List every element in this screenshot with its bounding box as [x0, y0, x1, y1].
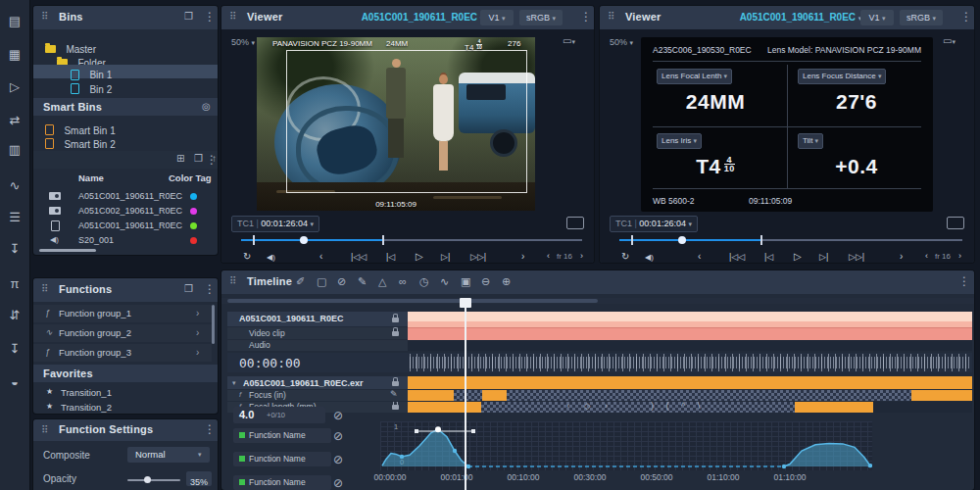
field-select-focus-distance[interactable]: Lens Focus Distance ▾	[798, 69, 886, 84]
video-sub-clip-bar[interactable]	[408, 327, 972, 340]
drag-handle-icon[interactable]: ⠿	[41, 424, 48, 435]
shape-rail-icon[interactable]: ◒	[0, 374, 29, 389]
focus-keyframe-row[interactable]	[408, 390, 972, 401]
audio-waveform-ruler[interactable]	[408, 353, 972, 372]
zoom-out-icon[interactable]: ⊖	[481, 275, 490, 288]
curve-shape-controls[interactable]: ) ( ^ \	[651, 401, 705, 411]
drag-handle-icon[interactable]: ⠿	[229, 275, 236, 286]
drag-handle-icon[interactable]: ⠿	[608, 11, 614, 22]
timecode-chip[interactable]: TC1 | 00:01:26:04 ▾	[231, 216, 319, 232]
media-rail-icon[interactable]: ▦	[0, 47, 29, 62]
playhead-knob[interactable]	[300, 236, 308, 244]
functions-menu-icon[interactable]: ⋮	[204, 282, 216, 296]
frame-step-inc-icon[interactable]: ›	[580, 251, 583, 261]
next-frame-icon[interactable]: ▷|	[441, 252, 450, 262]
viewer-menu-icon[interactable]: ⋮	[580, 10, 592, 24]
viewer-menu-icon[interactable]: ⋮	[960, 10, 972, 24]
zoom-in-icon[interactable]: ⊕	[502, 275, 511, 288]
next-frame-icon[interactable]: ▷|	[819, 252, 828, 262]
zoom-level-select[interactable]: 50% ▾	[610, 37, 633, 47]
keyframe-segment[interactable]	[911, 390, 972, 401]
shuffle-rail-icon[interactable]: ⇄	[0, 113, 29, 127]
out-point-marker[interactable]	[382, 235, 384, 245]
bypass-icon[interactable]: ⊘	[333, 476, 343, 490]
pi-rail-icon[interactable]: π	[0, 276, 29, 291]
keyframe-segment-mixed[interactable]	[507, 390, 911, 401]
frame-step-dec-icon[interactable]: ‹	[925, 251, 928, 261]
image-tool-icon[interactable]: ▣	[461, 275, 470, 288]
keyframe-value-box[interactable]: 4.0 +0/10	[233, 407, 325, 423]
step-fwd-icon[interactable]: ›	[521, 251, 524, 262]
tree-item-bin2[interactable]: Bin 2	[71, 79, 112, 97]
link-tool-icon[interactable]: ∞	[399, 275, 407, 287]
lock-icon[interactable]	[392, 381, 399, 386]
panel-expand-icon[interactable]: ❐	[184, 11, 193, 22]
bypass-icon[interactable]: ⊘	[333, 429, 343, 443]
function-settings-menu-icon[interactable]: ⋮	[204, 422, 216, 436]
step-back-icon[interactable]: ‹	[698, 251, 701, 262]
track-header-video-group[interactable]: A051C001_190611_R0EC	[227, 312, 408, 326]
add-clip-icon[interactable]: ⊞	[176, 153, 184, 164]
opacity-value-chip[interactable]: 35%	[186, 471, 212, 486]
out-point-marker[interactable]	[760, 235, 762, 245]
clip-row[interactable]: A051C001_190611_R0EC	[33, 219, 218, 233]
scrub-bar[interactable]	[241, 239, 582, 241]
playhead-line[interactable]	[465, 308, 466, 490]
loop-icon[interactable]: ↻	[243, 251, 251, 262]
tree-item-bin1-selected[interactable]: Bin 1	[33, 65, 218, 78]
multicam-rail-icon[interactable]: ▥	[0, 142, 29, 157]
opacity-slider[interactable]	[127, 479, 180, 481]
function-row[interactable]: Function Name	[233, 428, 331, 443]
zoom-level-select[interactable]: 50% ▾	[231, 37, 255, 47]
colorspace-button[interactable]: sRGB ▾	[900, 10, 943, 25]
drag-handle-icon[interactable]: ⠿	[229, 11, 236, 22]
function-group-row[interactable]: ƒ Function group_1 ›	[33, 305, 212, 322]
timeline-scroll-thumb[interactable]	[227, 299, 598, 303]
field-select-iris[interactable]: Lens Iris ▾	[657, 133, 702, 149]
clip-row[interactable]: ◀) S20_001	[33, 233, 218, 248]
play-icon[interactable]: ▷	[416, 251, 423, 262]
keyframe-segment[interactable]	[408, 402, 481, 413]
marquee-tool-icon[interactable]: ▢	[317, 275, 326, 288]
prev-frame-icon[interactable]: |◁	[764, 252, 773, 262]
goto-start-icon[interactable]: |◁◁	[729, 252, 745, 262]
colorspace-button[interactable]: sRGB ▾	[519, 10, 563, 25]
fullscreen-icon[interactable]	[947, 217, 964, 229]
list-rail-icon[interactable]: ☰	[0, 210, 29, 224]
bypass-icon[interactable]: ⊘	[333, 409, 343, 422]
display-mode-icon[interactable]: ▭▾	[943, 35, 956, 46]
track-header-focus[interactable]: f Focus (in) ✎	[227, 390, 408, 401]
timecode-chip[interactable]: TC1 | 00:01:26:04 ▾	[610, 216, 698, 232]
function-group-row[interactable]: ƒ Function group_3 ›	[33, 344, 212, 362]
vertical-scrollbar[interactable]	[212, 305, 215, 344]
bins-rail-icon[interactable]: ▤	[0, 14, 29, 28]
audio-track-area[interactable]	[408, 340, 972, 351]
goto-end-icon[interactable]: ▷▷|	[470, 252, 486, 262]
fullscreen-icon[interactable]	[566, 217, 584, 229]
goto-end-icon[interactable]: ▷▷|	[849, 252, 864, 262]
function-row[interactable]: Function Name	[233, 452, 331, 466]
panel-expand-icon[interactable]: ❐	[184, 283, 193, 294]
exr-clip-bar[interactable]	[408, 376, 972, 389]
delta-tool-icon[interactable]: △	[378, 275, 386, 288]
curves-rail-icon[interactable]: ∿	[0, 178, 29, 193]
snap-tool-icon[interactable]: ◷	[419, 275, 429, 288]
layer-select-button[interactable]: V1 ▾	[860, 10, 894, 25]
field-select-tilt[interactable]: Tilt ▾	[798, 133, 823, 149]
clip-table-menu-icon[interactable]: ⋮	[206, 153, 218, 167]
loop-icon[interactable]: ↻	[621, 251, 629, 262]
in-point-marker[interactable]	[631, 235, 633, 245]
frame-step-dec-icon[interactable]: ‹	[547, 251, 550, 261]
step-back-icon[interactable]: ‹	[319, 251, 322, 262]
favorite-row[interactable]: ★ Transition_2	[33, 401, 218, 414]
timeline-scroll-track[interactable]	[221, 298, 974, 304]
color-tag-dot[interactable]	[190, 237, 197, 244]
track-header-exr[interactable]: ▾ A051C001_190611_R0EC.exr	[227, 376, 408, 389]
function-row[interactable]: Function Name	[233, 475, 331, 490]
playhead-knob[interactable]	[678, 236, 686, 244]
ramp-tool-icon[interactable]: ∿	[440, 275, 449, 288]
color-tag-dot[interactable]	[190, 222, 197, 229]
in-point-marker[interactable]	[253, 235, 255, 245]
step-fwd-icon[interactable]: ›	[900, 251, 903, 262]
smart-bin-2[interactable]: Smart Bin 2	[45, 134, 116, 152]
